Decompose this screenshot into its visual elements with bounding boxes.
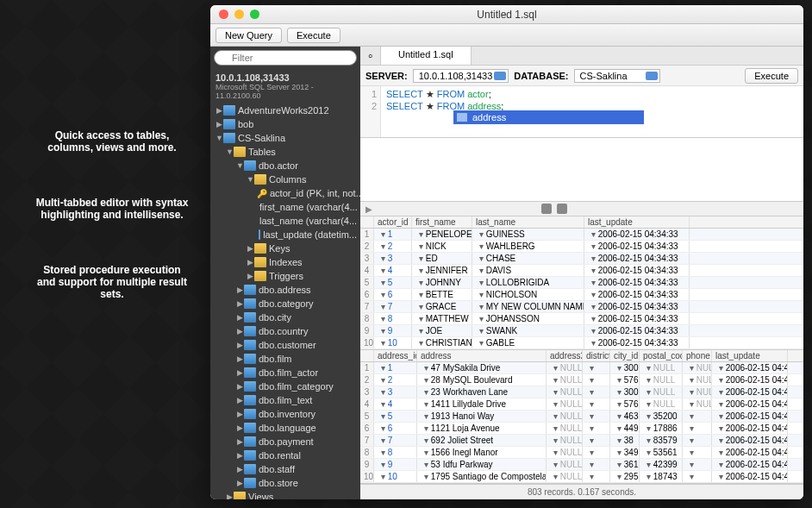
tree-folder-columns[interactable]: ▼Columns (210, 172, 360, 186)
sql-editor[interactable]: 12 SELECT ★ FROM actor; SELECT ★ FROM ad… (360, 86, 803, 138)
marketing-text: Quick access to tables, columns, views a… (34, 129, 190, 154)
tree-table[interactable]: ▶dbo.store (210, 476, 360, 490)
schema-tree[interactable]: 10.0.1.108,31433 Microsoft SQL Server 20… (210, 69, 360, 499)
results-view-icon[interactable] (541, 204, 552, 214)
tree-table[interactable]: ▶dbo.film (210, 352, 360, 366)
database-label: DATABASE: (514, 71, 568, 81)
tree-table[interactable]: ▶dbo.city (210, 310, 360, 324)
tree-table[interactable]: ▶dbo.staff (210, 462, 360, 476)
tree-db[interactable]: ▶AdventureWorks2012 (210, 103, 360, 117)
server-host: 10.0.1.108,31433 (215, 72, 355, 83)
text-view-icon[interactable] (557, 204, 567, 214)
tree-column[interactable]: last_update (datetim... (210, 228, 360, 241)
tree-table[interactable]: ▶dbo.language (210, 421, 360, 435)
execute-query-button[interactable]: Execute (745, 68, 798, 84)
results-grid-actor[interactable]: actor_idfirst_namelast_namelast_update1▾… (360, 216, 803, 350)
tree-table[interactable]: ▼dbo.actor (210, 159, 360, 172)
tab[interactable]: Untitled 1.sql (381, 47, 472, 65)
tree-table[interactable]: ▶dbo.customer (210, 338, 360, 352)
plus-icon: ◦ (368, 48, 373, 64)
tree-table[interactable]: ▶dbo.address (210, 283, 360, 297)
tree-table[interactable]: ▶dbo.film_category (210, 379, 360, 393)
tree-folder-tables[interactable]: ▼Tables (210, 145, 360, 159)
key-icon (257, 188, 267, 198)
database-dropdown[interactable]: CS-Saklina (574, 69, 660, 83)
marketing-text: Stored procedure execution and support f… (34, 264, 190, 300)
titlebar: Untitled 1.sql (210, 5, 803, 24)
tree-table[interactable]: ▶dbo.category (210, 297, 360, 310)
tree-folder-triggers[interactable]: ▶Triggers (210, 269, 360, 283)
marketing-text: Multi-tabbed editor with syntax highligh… (34, 197, 190, 221)
execute-button[interactable]: Execute (287, 28, 340, 43)
tree-column[interactable]: last_name (varchar(4... (210, 214, 360, 228)
new-query-button[interactable]: New Query (215, 28, 282, 43)
tree-folder-keys[interactable]: ▶Keys (210, 241, 360, 255)
tree-column-pk[interactable]: actor_id (PK, int, not... (210, 186, 360, 200)
tree-column[interactable]: first_name (varchar(4... (210, 200, 360, 214)
tree-table[interactable]: ▶dbo.payment (210, 435, 360, 448)
tree-table[interactable]: ▶dbo.film_text (210, 393, 360, 407)
server-label: SERVER: (365, 71, 408, 81)
tree-table[interactable]: ▶dbo.inventory (210, 407, 360, 421)
server-dropdown[interactable]: 10.0.1.108,31433 (413, 69, 509, 83)
new-tab-button[interactable]: ◦ (360, 47, 381, 65)
tree-folder-indexes[interactable]: ▶Indexes (210, 255, 360, 269)
tree-db[interactable]: ▼CS-Saklina (210, 131, 360, 145)
tree-db[interactable]: ▶bob (210, 117, 360, 131)
autocomplete-popup[interactable]: address (453, 110, 644, 124)
status-bar: 803 records. 0.167 seconds. (360, 484, 803, 499)
tree-folder-views[interactable]: ▶Views (210, 490, 360, 499)
tree-table[interactable]: ▶dbo.film_actor (210, 366, 360, 379)
server-version: Microsoft SQL Server 2012 - 11.0.2100.60 (215, 83, 355, 100)
window-title: Untitled 1.sql (210, 9, 803, 21)
chevron-right-icon[interactable]: ▶ (365, 204, 372, 214)
app-window: Untitled 1.sql New Query Execute 10.0.1.… (210, 5, 803, 499)
results-grid-address[interactable]: address_idaddressaddress2districtcity_id… (360, 350, 803, 484)
tree-table[interactable]: ▶dbo.rental (210, 448, 360, 462)
filter-input[interactable] (214, 50, 357, 66)
tree-table[interactable]: ▶dbo.country (210, 324, 360, 338)
sidebar: 10.0.1.108,31433 Microsoft SQL Server 20… (210, 47, 360, 499)
